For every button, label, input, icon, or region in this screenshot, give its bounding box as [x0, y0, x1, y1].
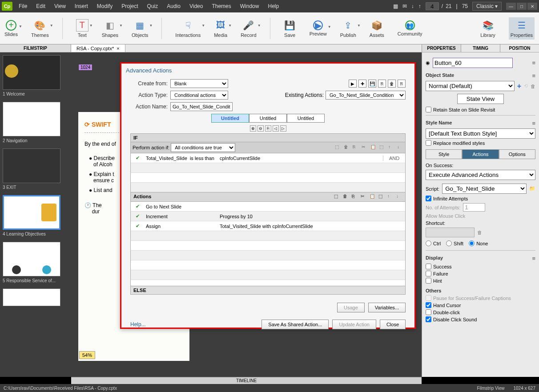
play-icon[interactable]: ▶ [349, 80, 357, 88]
minimize-button[interactable]: — [506, 3, 516, 10]
maximize-button[interactable]: □ [517, 3, 527, 10]
save-icon[interactable]: 💾 [368, 80, 376, 88]
row-down-icon[interactable]: ↓ [397, 144, 403, 151]
row-cut-icon[interactable]: ✂ [362, 144, 368, 151]
trash-icon[interactable]: 🗑 [531, 84, 535, 89]
folder-icon[interactable]: 📁 [529, 186, 535, 192]
menu-icon[interactable]: ≡ [532, 120, 535, 127]
shift-radio[interactable] [446, 240, 452, 246]
replace-styles-checkbox[interactable] [426, 140, 431, 146]
none-radio[interactable] [469, 240, 475, 246]
row-copy-icon[interactable]: ⎘ [352, 194, 358, 200]
create-from-select[interactable]: Blank [170, 79, 228, 88]
nav-prev-icon[interactable]: ◁ [273, 125, 279, 132]
cond-value[interactable]: cpInfoCurrentSlide [220, 156, 353, 161]
close-dialog-button[interactable]: Close [380, 320, 406, 329]
save-as-icon[interactable]: ⎘ [378, 80, 386, 88]
ribbon-assets[interactable]: 📦Assets [370, 19, 384, 38]
workspace-selector[interactable]: Classic ▾ [472, 2, 502, 11]
action-param[interactable]: Total_Visited_Slide with cpInfoCurrentSl… [220, 224, 353, 229]
row-down-icon[interactable]: ↓ [396, 194, 402, 200]
state-select[interactable]: Normal (Default) [426, 81, 515, 91]
ribbon-shapes[interactable]: ◧Shapes▼ [102, 19, 118, 38]
menu-window[interactable]: Window [237, 1, 263, 11]
row-delete-icon[interactable]: 🗑 [344, 144, 350, 151]
add-state-icon[interactable]: + [517, 82, 521, 90]
filmstrip[interactable]: 1 Welcome 2 Navigation 3 EXIT 4 Learning… [0, 52, 71, 377]
menu-modify[interactable]: Modify [93, 1, 116, 11]
page-current[interactable] [426, 2, 439, 10]
ribbon-record[interactable]: 🎤Record▼ [241, 19, 256, 38]
cond-variable[interactable]: Total_Visited_Slide is less than [144, 156, 220, 161]
update-action-button[interactable]: Update Action [332, 320, 376, 329]
row-add-icon[interactable]: ⬚ [335, 144, 341, 151]
row-copy-icon[interactable]: ⎘ [353, 144, 359, 151]
hand-cursor-checkbox[interactable] [426, 302, 431, 308]
tab-position[interactable]: POSITION [500, 44, 539, 52]
nav-dup-icon[interactable]: ⎘ [265, 125, 271, 132]
action-type-select[interactable]: Conditional actions [170, 91, 228, 100]
slide-thumb[interactable]: 5 Responsible Service of... [3, 242, 68, 283]
subtab-actions[interactable]: Actions [462, 149, 499, 159]
nav-remove-icon[interactable]: ⊖ [257, 125, 264, 132]
retain-state-checkbox[interactable] [426, 107, 431, 112]
ribbon-preview[interactable]: ▶Preview▼ [310, 20, 327, 36]
document-tab[interactable]: RSA - Copy.cptx* × [71, 44, 125, 52]
ribbon-interactions[interactable]: ☟Interactions▼ [175, 19, 201, 38]
zoom-value[interactable]: 75 [462, 3, 468, 9]
slide-thumb[interactable] [3, 288, 68, 306]
row-insert-icon[interactable]: ⬚ [379, 144, 386, 151]
menu-file[interactable]: File [15, 1, 31, 11]
double-click-checkbox[interactable] [426, 309, 431, 315]
menu-edit[interactable]: Edit [32, 1, 49, 11]
subtab-style[interactable]: Style [426, 149, 462, 159]
layout-icon[interactable]: ▦ [393, 3, 398, 9]
ribbon-properties[interactable]: ☰Properties [509, 17, 535, 40]
row-up-icon[interactable]: ↑ [387, 194, 394, 200]
action-param[interactable]: Progress by 10 [220, 214, 353, 219]
failure-checkbox[interactable] [426, 271, 431, 276]
variables-button[interactable]: Variables... [368, 303, 406, 312]
condition-tab-2[interactable]: Untitled [249, 114, 287, 123]
tab-properties[interactable]: PROPERTIES [422, 44, 461, 52]
object-name-input[interactable] [433, 58, 513, 68]
menu-icon[interactable]: ≡ [532, 60, 535, 66]
disable-sound-checkbox[interactable] [426, 316, 431, 322]
row-insert-icon[interactable]: ⬚ [378, 194, 385, 200]
row-cut-icon[interactable]: ✂ [361, 194, 367, 200]
save-shared-button[interactable]: Save As Shared Action... [261, 320, 329, 329]
menu-audio[interactable]: Audio [163, 1, 184, 11]
menu-project[interactable]: Project [118, 1, 141, 11]
tab-timing[interactable]: TIMING [461, 44, 500, 52]
trash-icon[interactable]: 🗑 [477, 230, 482, 235]
menu-help[interactable]: Help [264, 1, 282, 11]
ribbon-themes[interactable]: 🎨Themes▼ [31, 19, 49, 38]
shortcut-input[interactable] [426, 228, 475, 237]
row-delete-icon[interactable]: 🗑 [343, 194, 349, 200]
ribbon-save[interactable]: 💾Save [284, 19, 296, 38]
menu-icon[interactable]: ≡ [532, 255, 535, 262]
menu-themes[interactable]: Themes [208, 1, 234, 11]
copy-icon[interactable]: ⎘ [398, 80, 406, 88]
mail-icon[interactable]: ✉ [402, 3, 407, 9]
script-select[interactable]: Go_To_Next_Slide [442, 184, 527, 194]
ctrl-radio[interactable] [426, 240, 431, 246]
perform-condition-select[interactable]: All conditions are true [171, 143, 235, 152]
ribbon-publish[interactable]: ⇪Publish▼ [340, 19, 356, 38]
slide-thumb[interactable]: 4 Learning Objectives [3, 195, 68, 236]
infinite-checkbox[interactable] [426, 196, 431, 201]
menu-insert[interactable]: Insert [71, 1, 92, 11]
action-name-input[interactable] [170, 102, 233, 111]
usage-button[interactable]: Usage [337, 303, 365, 312]
ribbon-objects[interactable]: ▦Objects▼ [132, 19, 148, 38]
row-paste-icon[interactable]: 📋 [370, 144, 377, 151]
ribbon-slides[interactable]: +Slides▼ [4, 20, 18, 37]
nav-add-icon[interactable]: ⊕ [250, 125, 256, 132]
slide-thumb[interactable]: 3 EXIT [3, 148, 68, 190]
hint-checkbox[interactable] [426, 278, 431, 284]
ribbon-text[interactable]: TText▼ [76, 19, 88, 38]
success-checkbox[interactable] [426, 264, 431, 269]
existing-select[interactable]: Go_To_Next_Slide_Condition [326, 91, 406, 100]
action-cell[interactable]: Increment [144, 214, 220, 219]
ribbon-community[interactable]: 👥Community [398, 20, 422, 36]
